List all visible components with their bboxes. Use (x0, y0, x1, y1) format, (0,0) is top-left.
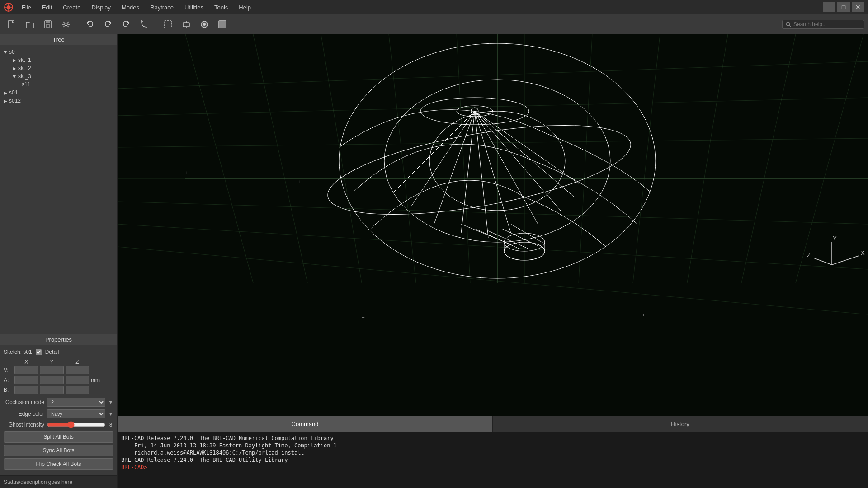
tree-item-s11[interactable]: s11 (4, 80, 113, 89)
tree-item-skt1[interactable]: ▶ skt_1 (4, 56, 113, 64)
b-row: B: 0.0 1.0 0.0 (4, 386, 113, 394)
v-label: V: (4, 367, 13, 373)
svg-line-51 (475, 111, 538, 224)
svg-line-24 (118, 98, 868, 116)
svg-line-20 (118, 202, 868, 224)
maximize-button[interactable]: □ (837, 2, 850, 12)
render-button[interactable] (196, 17, 212, 32)
svg-text:Z: Z (807, 252, 811, 258)
menu-display[interactable]: Display (89, 3, 113, 12)
occlusion-label: Occlusion mode (4, 399, 44, 405)
svg-line-62 (488, 231, 529, 249)
svg-line-36 (796, 34, 863, 283)
xyz-header-row: X Y Z (4, 359, 113, 365)
close-button[interactable]: ✕ (852, 2, 864, 12)
a-x-input[interactable]: 1.0 (14, 376, 38, 384)
redo2-button[interactable] (118, 17, 134, 32)
svg-line-22 (118, 247, 868, 314)
b-x-input[interactable]: 0.0 (14, 386, 38, 394)
svg-point-41 (429, 111, 565, 211)
a-y-input[interactable]: 0.0 (40, 376, 63, 384)
svg-text:X: X (861, 249, 865, 256)
tree-label-s0: s0 (9, 49, 15, 55)
svg-line-26 (185, 34, 253, 283)
v-y-input[interactable]: 0.0 (40, 366, 63, 374)
select-button[interactable] (160, 17, 176, 32)
bottom-tabs: Command History (118, 416, 868, 432)
a-z-input[interactable]: 0.0 (66, 376, 89, 384)
svg-point-40 (384, 80, 610, 242)
status-bar: Status/description goes here (0, 475, 117, 488)
svg-line-32 (579, 34, 592, 283)
refresh-button[interactable] (136, 17, 152, 32)
arrow-s012: ▶ (4, 99, 7, 103)
occlusion-row: Occlusion mode 2 1 3 ▼ (4, 398, 113, 407)
undo-button[interactable] (82, 17, 98, 32)
ghost-label: Ghost intensity (4, 422, 44, 428)
arrow-skt1: ▶ (13, 58, 16, 63)
svg-point-14 (203, 23, 206, 26)
edge-color-select[interactable]: Navy White Red Green Blue (47, 409, 105, 418)
menu-utilities[interactable]: Utilities (182, 3, 206, 12)
tree-label-s012: s012 (9, 98, 21, 104)
tree-item-s01[interactable]: ▶ s01 (4, 89, 113, 97)
save-button[interactable] (40, 17, 56, 32)
v-x-input[interactable]: 0.0 (14, 366, 38, 374)
menu-file[interactable]: File (19, 3, 34, 12)
menu-edit[interactable]: Edit (39, 3, 55, 12)
z-header: Z (66, 359, 89, 365)
menu-tools[interactable]: Tools (212, 3, 231, 12)
menu-create[interactable]: Create (60, 3, 83, 12)
center-area: .grid-line { stroke: #2a4a2a; stroke-wid… (118, 34, 868, 488)
transform-button[interactable] (178, 17, 194, 32)
app-logo-icon (4, 2, 14, 12)
a-unit: mm (91, 377, 113, 383)
titlebar-left: File Edit Create Display Modes Raytrace … (4, 2, 254, 12)
svg-point-56 (504, 242, 545, 260)
menu-help[interactable]: Help (236, 3, 254, 12)
svg-text:+: + (185, 170, 189, 176)
v-z-input[interactable]: 0.0 (66, 366, 89, 374)
svg-line-60 (461, 224, 511, 244)
svg-point-39 (339, 43, 656, 278)
tree-content: ▶ s0 ▶ skt_1 ▶ skt_2 ▶ skt_3 (0, 45, 117, 108)
b-y-input[interactable]: 1.0 (40, 386, 63, 394)
flip-check-all-bots-button[interactable]: Flip Check All Bots (4, 458, 113, 470)
tab-history[interactable]: History (493, 416, 868, 432)
axis-indicator: X Y Z (807, 235, 865, 265)
redo-button[interactable] (100, 17, 116, 32)
ghost-slider[interactable] (47, 421, 105, 428)
menu-modes[interactable]: Modes (119, 3, 142, 12)
svg-line-45 (393, 111, 475, 192)
arrow-s01: ▶ (4, 90, 7, 95)
tree-item-s0[interactable]: ▶ s0 (4, 48, 113, 56)
b-z-input[interactable]: 0.0 (66, 386, 89, 394)
properties-section: Properties Sketch: s01 Detail X Y Z (0, 334, 117, 475)
search-input[interactable] (793, 21, 861, 28)
svg-line-64 (511, 224, 543, 243)
tree-label-s11: s11 (22, 81, 30, 88)
svg-line-23 (118, 138, 868, 147)
tree-item-s012[interactable]: ▶ s012 (4, 97, 113, 105)
sync-all-bots-button[interactable]: Sync All Bots (4, 445, 113, 456)
menu-raytrace[interactable]: Raytrace (147, 3, 176, 12)
tree-label-skt3: skt_3 (18, 73, 31, 80)
occlusion-select[interactable]: 2 1 3 (47, 398, 105, 407)
minimize-button[interactable]: – (823, 2, 835, 12)
b-label: B: (4, 387, 13, 393)
view-button[interactable] (214, 17, 231, 32)
tree-item-skt2[interactable]: ▶ skt_2 (4, 64, 113, 72)
svg-line-34 (687, 34, 728, 283)
tab-command[interactable]: Command (118, 416, 493, 432)
sketch-row: Sketch: s01 Detail (4, 349, 113, 355)
detail-checkbox[interactable] (36, 349, 42, 355)
tree-item-skt3[interactable]: ▶ skt_3 (4, 72, 113, 80)
split-all-bots-button[interactable]: Split All Bots (4, 431, 113, 443)
arrow-skt2: ▶ (13, 66, 16, 71)
new-button[interactable] (4, 17, 20, 32)
open-button[interactable] (22, 17, 38, 32)
settings-button[interactable] (58, 17, 74, 32)
svg-line-61 (475, 229, 520, 249)
svg-rect-7 (46, 25, 50, 27)
viewport[interactable]: .grid-line { stroke: #2a4a2a; stroke-wid… (118, 34, 868, 416)
